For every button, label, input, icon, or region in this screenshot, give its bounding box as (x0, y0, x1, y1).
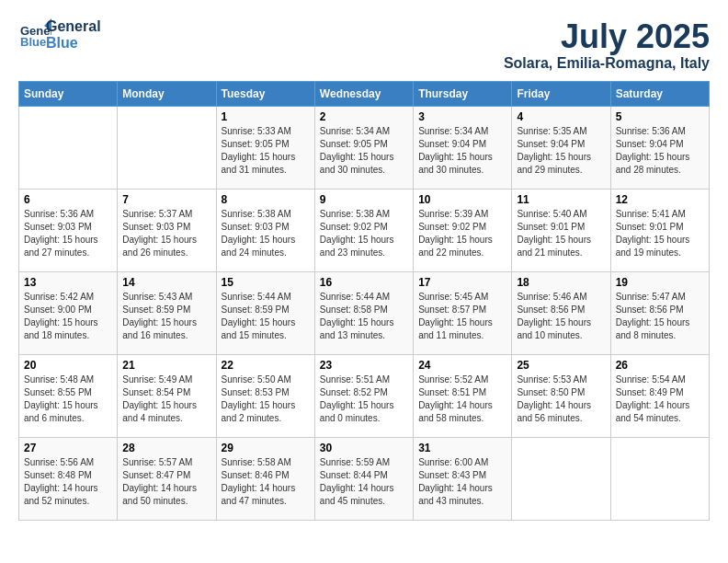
calendar-week-row: 6Sunrise: 5:36 AM Sunset: 9:03 PM Daylig… (19, 189, 710, 271)
day-detail: Sunrise: 5:37 AM Sunset: 9:03 PM Dayligh… (122, 208, 210, 259)
day-number: 17 (418, 276, 506, 289)
day-detail: Sunrise: 5:41 AM Sunset: 9:01 PM Dayligh… (616, 208, 704, 259)
calendar-cell: 4Sunrise: 5:35 AM Sunset: 9:04 PM Daylig… (512, 106, 610, 189)
day-detail: Sunrise: 5:42 AM Sunset: 9:00 PM Dayligh… (24, 291, 112, 342)
svg-text:Blue: Blue (20, 35, 46, 49)
day-number: 28 (122, 442, 210, 454)
day-detail: Sunrise: 5:51 AM Sunset: 8:52 PM Dayligh… (320, 373, 408, 425)
weekday-header: Wednesday (314, 81, 413, 106)
calendar-cell: 20Sunrise: 5:48 AM Sunset: 8:55 PM Dayli… (19, 354, 118, 437)
day-number: 4 (517, 110, 605, 123)
calendar-cell: 21Sunrise: 5:49 AM Sunset: 8:54 PM Dayli… (118, 354, 216, 437)
calendar-week-row: 20Sunrise: 5:48 AM Sunset: 8:55 PM Dayli… (19, 354, 710, 437)
day-number: 15 (222, 276, 310, 289)
day-detail: Sunrise: 5:48 AM Sunset: 8:55 PM Dayligh… (24, 373, 112, 425)
day-number: 18 (517, 276, 605, 289)
day-number: 14 (122, 276, 210, 289)
day-number: 13 (24, 276, 112, 289)
day-detail: Sunrise: 5:40 AM Sunset: 9:01 PM Dayligh… (517, 208, 605, 259)
day-number: 12 (616, 193, 704, 206)
calendar-cell: 16Sunrise: 5:44 AM Sunset: 8:58 PM Dayli… (314, 271, 413, 354)
day-number: 29 (222, 442, 310, 454)
day-detail: Sunrise: 5:39 AM Sunset: 9:02 PM Dayligh… (418, 208, 506, 259)
day-detail: Sunrise: 5:35 AM Sunset: 9:04 PM Dayligh… (517, 125, 605, 177)
day-number: 31 (418, 442, 506, 454)
day-detail: Sunrise: 5:34 AM Sunset: 9:04 PM Dayligh… (418, 125, 506, 177)
day-number: 11 (517, 193, 605, 206)
calendar-cell: 14Sunrise: 5:43 AM Sunset: 8:59 PM Dayli… (118, 271, 216, 354)
weekday-header: Thursday (414, 81, 512, 106)
calendar-cell: 8Sunrise: 5:38 AM Sunset: 9:03 PM Daylig… (216, 189, 314, 271)
day-number: 16 (320, 276, 408, 289)
weekday-header: Sunday (19, 81, 118, 106)
day-detail: Sunrise: 5:44 AM Sunset: 8:58 PM Dayligh… (320, 291, 408, 342)
calendar-cell (512, 437, 610, 520)
day-detail: Sunrise: 5:38 AM Sunset: 9:02 PM Dayligh… (320, 208, 408, 259)
day-number: 21 (122, 359, 210, 372)
day-detail: Sunrise: 5:33 AM Sunset: 9:05 PM Dayligh… (222, 125, 310, 177)
weekday-header: Monday (118, 81, 216, 106)
calendar-cell (19, 106, 118, 189)
calendar-week-row: 27Sunrise: 5:56 AM Sunset: 8:48 PM Dayli… (19, 437, 710, 520)
calendar-cell: 13Sunrise: 5:42 AM Sunset: 9:00 PM Dayli… (19, 271, 118, 354)
day-detail: Sunrise: 5:49 AM Sunset: 8:54 PM Dayligh… (122, 373, 210, 425)
day-detail: Sunrise: 5:34 AM Sunset: 9:05 PM Dayligh… (320, 125, 408, 177)
calendar-cell: 1Sunrise: 5:33 AM Sunset: 9:05 PM Daylig… (216, 106, 314, 189)
calendar-cell: 6Sunrise: 5:36 AM Sunset: 9:03 PM Daylig… (19, 189, 118, 271)
day-detail: Sunrise: 5:59 AM Sunset: 8:44 PM Dayligh… (320, 456, 408, 508)
calendar-cell: 2Sunrise: 5:34 AM Sunset: 9:05 PM Daylig… (314, 106, 413, 189)
day-detail: Sunrise: 5:45 AM Sunset: 8:57 PM Dayligh… (418, 291, 506, 342)
calendar-cell: 26Sunrise: 5:54 AM Sunset: 8:49 PM Dayli… (610, 354, 709, 437)
calendar-cell (118, 106, 216, 189)
calendar-cell: 9Sunrise: 5:38 AM Sunset: 9:02 PM Daylig… (314, 189, 413, 271)
calendar-table: SundayMondayTuesdayWednesdayThursdayFrid… (18, 81, 710, 521)
day-detail: Sunrise: 5:57 AM Sunset: 8:47 PM Dayligh… (122, 456, 210, 508)
day-number: 20 (24, 359, 112, 372)
calendar-cell: 25Sunrise: 5:53 AM Sunset: 8:50 PM Dayli… (512, 354, 610, 437)
calendar-cell: 19Sunrise: 5:47 AM Sunset: 8:56 PM Dayli… (610, 271, 709, 354)
day-detail: Sunrise: 5:38 AM Sunset: 9:03 PM Dayligh… (222, 208, 310, 259)
page-header: General Blue General Blue July 2025 Sola… (18, 18, 710, 72)
day-number: 26 (616, 359, 704, 372)
day-number: 1 (222, 110, 310, 123)
calendar-cell: 27Sunrise: 5:56 AM Sunset: 8:48 PM Dayli… (19, 437, 118, 520)
day-detail: Sunrise: 5:58 AM Sunset: 8:46 PM Dayligh… (222, 456, 310, 508)
day-number: 22 (222, 359, 310, 372)
day-detail: Sunrise: 5:36 AM Sunset: 9:03 PM Dayligh… (24, 208, 112, 259)
day-number: 3 (418, 110, 506, 123)
logo-blue: Blue (46, 35, 101, 52)
calendar-cell: 24Sunrise: 5:52 AM Sunset: 8:51 PM Dayli… (414, 354, 512, 437)
calendar-cell: 28Sunrise: 5:57 AM Sunset: 8:47 PM Dayli… (118, 437, 216, 520)
weekday-header: Saturday (610, 81, 709, 106)
weekday-header: Friday (512, 81, 610, 106)
calendar-cell: 30Sunrise: 5:59 AM Sunset: 8:44 PM Dayli… (314, 437, 413, 520)
day-number: 25 (517, 359, 605, 372)
weekday-header: Tuesday (216, 81, 314, 106)
day-number: 19 (616, 276, 704, 289)
calendar-cell (610, 437, 709, 520)
day-number: 10 (418, 193, 506, 206)
logo-general: General (46, 18, 101, 35)
day-detail: Sunrise: 6:00 AM Sunset: 8:43 PM Dayligh… (418, 456, 506, 508)
calendar-week-row: 1Sunrise: 5:33 AM Sunset: 9:05 PM Daylig… (19, 106, 710, 189)
calendar-week-row: 13Sunrise: 5:42 AM Sunset: 9:00 PM Dayli… (19, 271, 710, 354)
calendar-cell: 7Sunrise: 5:37 AM Sunset: 9:03 PM Daylig… (118, 189, 216, 271)
day-detail: Sunrise: 5:54 AM Sunset: 8:49 PM Dayligh… (616, 373, 704, 425)
calendar-cell: 22Sunrise: 5:50 AM Sunset: 8:53 PM Dayli… (216, 354, 314, 437)
calendar-cell: 18Sunrise: 5:46 AM Sunset: 8:56 PM Dayli… (512, 271, 610, 354)
calendar-cell: 17Sunrise: 5:45 AM Sunset: 8:57 PM Dayli… (414, 271, 512, 354)
day-number: 9 (320, 193, 408, 206)
day-number: 2 (320, 110, 408, 123)
calendar-cell: 11Sunrise: 5:40 AM Sunset: 9:01 PM Dayli… (512, 189, 610, 271)
calendar-cell: 15Sunrise: 5:44 AM Sunset: 8:59 PM Dayli… (216, 271, 314, 354)
day-detail: Sunrise: 5:36 AM Sunset: 9:04 PM Dayligh… (616, 125, 704, 177)
day-number: 24 (418, 359, 506, 372)
day-detail: Sunrise: 5:44 AM Sunset: 8:59 PM Dayligh… (222, 291, 310, 342)
logo: General Blue General Blue (18, 18, 101, 52)
day-detail: Sunrise: 5:43 AM Sunset: 8:59 PM Dayligh… (122, 291, 210, 342)
day-number: 7 (122, 193, 210, 206)
calendar-cell: 12Sunrise: 5:41 AM Sunset: 9:01 PM Dayli… (610, 189, 709, 271)
day-number: 6 (24, 193, 112, 206)
day-detail: Sunrise: 5:53 AM Sunset: 8:50 PM Dayligh… (517, 373, 605, 425)
calendar-cell: 10Sunrise: 5:39 AM Sunset: 9:02 PM Dayli… (414, 189, 512, 271)
